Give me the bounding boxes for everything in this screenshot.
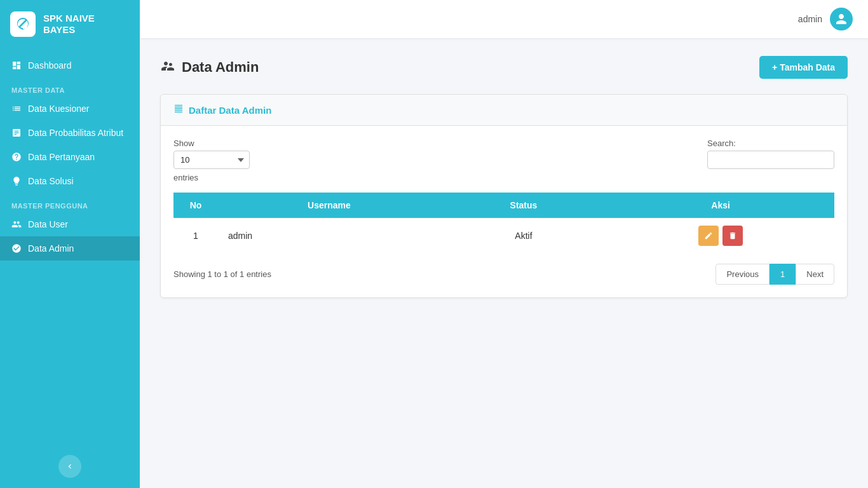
sidebar-nav: Dashboard MASTER DATA Data Kuesioner Dat… [0,48,140,445]
pagination-info: Showing 1 to 1 of 1 entries [173,269,271,279]
main-area: admin Data Admin + Tambah Data Daftar Da… [140,0,868,488]
admin-data-table: No Username Status Aksi 1 admin Aktif [173,193,834,254]
col-username: Username [218,193,440,218]
trash-icon [728,231,737,240]
page-1-button[interactable]: 1 [770,264,796,285]
card-body: Show 10 25 50 100 entries Search: [161,126,847,297]
cell-aksi [607,218,834,254]
sidebar-item-data-solusi[interactable]: Data Solusi [0,169,140,193]
sidebar-section-master-data: MASTER DATA [0,78,140,97]
pagination: Previous 1 Next [715,264,834,285]
app-name: SPK NAIVEBAYES [43,13,95,36]
cell-username: admin [218,218,440,254]
add-data-button[interactable]: + Tambah Data [759,56,848,79]
sidebar-section-master-pengguna: MASTER PENGGUNA [0,193,140,212]
cell-status: Aktif [440,218,607,254]
sidebar-item-data-kuesioner[interactable]: Data Kuesioner [0,97,140,121]
col-no: No [173,193,218,218]
topbar-username: admin [798,14,822,24]
show-entries-select[interactable]: 10 25 50 100 [173,151,250,169]
sidebar-item-data-pertanyaan[interactable]: Data Pertanyaan [0,145,140,169]
sidebar: SPK NAIVEBAYES Dashboard MASTER DATA Dat… [0,0,140,488]
user-avatar[interactable] [830,8,853,30]
col-status: Status [440,193,607,218]
admin-icon [11,243,22,254]
lightbulb-icon [11,176,22,186]
page-title: Data Admin [182,59,259,76]
delete-button[interactable] [722,226,743,246]
app-logo-icon [10,11,36,37]
question-icon [11,152,22,162]
page-content: Data Admin + Tambah Data Daftar Data Adm… [140,38,868,488]
sidebar-collapse-button[interactable] [58,455,81,478]
data-admin-icon [160,58,175,76]
col-aksi: Aksi [607,193,834,218]
user-icon [11,219,22,229]
sidebar-item-data-user[interactable]: Data User [0,212,140,236]
table-row: 1 admin Aktif [173,218,834,254]
entries-label: entries [173,173,250,182]
action-buttons [617,226,824,246]
card-header-title: Daftar Data Admin [189,105,271,116]
sidebar-item-data-admin[interactable]: Data Admin [0,236,140,261]
search-wrap: Search: [707,139,834,169]
sidebar-item-dashboard[interactable]: Dashboard [0,53,140,78]
topbar: admin [140,0,868,38]
table-icon [173,104,184,116]
data-admin-card: Daftar Data Admin Show 10 25 50 100 entr… [160,94,848,298]
dashboard-icon [11,60,22,71]
edit-icon [704,231,713,240]
show-entries-wrap: Show 10 25 50 100 entries [173,139,250,182]
list-icon [11,104,22,114]
search-input[interactable] [707,151,834,169]
edit-button[interactable] [698,226,719,246]
page-header: Data Admin + Tambah Data [160,56,848,79]
previous-button[interactable]: Previous [715,264,770,285]
chevron-left-icon [65,462,74,471]
chart-icon [11,128,22,138]
cell-no: 1 [173,218,218,254]
show-label: Show [173,139,250,148]
page-title-wrap: Data Admin [160,58,259,76]
table-controls: Show 10 25 50 100 entries Search: [173,139,834,182]
card-header: Daftar Data Admin [161,95,847,126]
avatar-icon [835,13,848,25]
next-button[interactable]: Next [796,264,834,285]
search-label: Search: [707,139,834,148]
pagination-wrap: Showing 1 to 1 of 1 entries Previous 1 N… [173,264,834,285]
sidebar-collapse-section [0,445,140,488]
sidebar-item-data-probabilitas[interactable]: Data Probabilitas Atribut [0,121,140,145]
sidebar-logo: SPK NAIVEBAYES [0,0,140,48]
